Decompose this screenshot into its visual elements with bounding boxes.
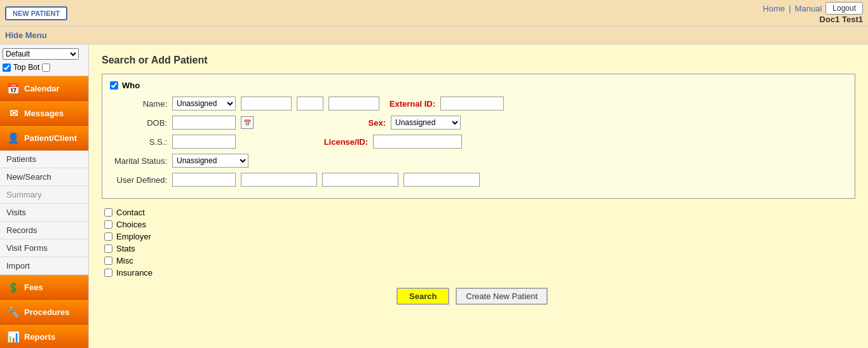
name-row: Name: Unassigned Last First Middle Exter… [110, 97, 847, 110]
external-id-input[interactable] [440, 97, 504, 110]
bot-checkbox[interactable] [42, 64, 50, 72]
buttons-row: Search Create New Patient [394, 288, 855, 305]
dob-input[interactable] [172, 116, 236, 130]
name-label: Name: [110, 99, 167, 109]
sidebar-item-fees[interactable]: 💲 Fees [0, 275, 88, 300]
calendar-label: Calendar [24, 84, 60, 93]
procedures-label: Procedures [24, 307, 70, 317]
employer-row: Employer [104, 232, 855, 241]
who-header: Who [110, 81, 847, 90]
marital-status-row: Marital Status: Unassigned Single Marrie… [110, 154, 847, 168]
dob-label: DOB: [110, 118, 167, 128]
second-bar: Hide Menu [0, 27, 868, 44]
marital-status-dropdown[interactable]: Unassigned Single Married Divorced Widow… [172, 154, 248, 168]
patient-client-label: Patient/Client [24, 133, 77, 143]
name-dropdown[interactable]: Unassigned Last First Middle [172, 97, 236, 110]
procedures-icon: 🔧 [6, 305, 20, 319]
sidebar-item-import[interactable]: Import [0, 257, 88, 275]
top-bot-row: Top Bot [3, 63, 86, 72]
misc-row: Misc [104, 256, 855, 265]
hide-menu-link[interactable]: Hide Menu [5, 30, 47, 40]
fees-icon: 💲 [6, 280, 20, 294]
main-layout: Default Top Bot 📅 Calendar ✉ Messages 👤 … [0, 44, 868, 348]
user-defined-label: User Defined: [110, 175, 167, 185]
choices-checkbox[interactable] [104, 220, 112, 229]
insurance-row: Insurance [104, 268, 855, 278]
reports-label: Reports [24, 332, 55, 342]
user-defined-row: User Defined: [110, 173, 847, 187]
marital-status-label: Marital Status: [110, 156, 167, 166]
separator: | [789, 4, 790, 13]
contact-checkbox[interactable] [104, 208, 112, 217]
manual-link[interactable]: Manual [795, 4, 822, 13]
new-patient-button[interactable]: NEW PATIENT [5, 6, 67, 20]
who-section: Who Name: Unassigned Last First Middle E… [102, 74, 855, 199]
insurance-checkbox[interactable] [104, 269, 112, 277]
misc-label: Misc [116, 256, 133, 265]
user-info: Doc1 Test1 [820, 15, 863, 24]
sidebar-item-reports[interactable]: 📊 Reports [0, 325, 88, 348]
choices-row: Choices [104, 220, 855, 229]
ss-input[interactable] [172, 135, 236, 149]
sidebar-item-records[interactable]: Records [0, 222, 88, 239]
messages-icon: ✉ [6, 106, 20, 120]
sidebar-top: Default Top Bot [0, 44, 88, 76]
page-title: Search or Add Patient [102, 55, 855, 66]
sidebar-item-summary: Summary [0, 186, 88, 204]
search-button[interactable]: Search [397, 288, 449, 305]
sidebar-item-messages[interactable]: ✉ Messages [0, 101, 88, 126]
top-right-container: Home | Manual Logout Doc1 Test1 [763, 2, 863, 24]
sex-dropdown[interactable]: Unassigned Male Female [391, 116, 461, 130]
patient-client-icon: 👤 [6, 131, 20, 145]
fees-label: Fees [24, 283, 43, 292]
employer-label: Employer [116, 232, 151, 241]
sidebar-item-calendar[interactable]: 📅 Calendar [0, 76, 88, 101]
sidebar: Default Top Bot 📅 Calendar ✉ Messages 👤 … [0, 44, 89, 348]
misc-checkbox[interactable] [104, 257, 112, 265]
contact-row: Contact [104, 208, 855, 217]
stats-row: Stats [104, 244, 855, 253]
external-id-label: External ID: [384, 99, 435, 109]
sidebar-item-visits[interactable]: Visits [0, 204, 88, 222]
user-defined-input-2[interactable] [241, 173, 317, 187]
stats-checkbox[interactable] [104, 244, 112, 253]
logout-button[interactable]: Logout [825, 2, 863, 15]
user-defined-input-1[interactable] [172, 173, 236, 187]
top-right-links: Home | Manual Logout [763, 2, 863, 15]
stats-label: Stats [116, 244, 135, 253]
top-label: Top [13, 63, 25, 72]
sex-label: Sex: [335, 118, 386, 128]
sidebar-item-visit-forms[interactable]: Visit Forms [0, 239, 88, 257]
calendar-picker-icon[interactable]: 📅 [241, 116, 254, 129]
calendar-icon: 📅 [6, 81, 20, 95]
sidebar-item-new-search[interactable]: New/Search [0, 168, 88, 186]
name-input-2[interactable] [297, 97, 323, 110]
who-label: Who [122, 81, 140, 90]
checkboxes-section: Contact Choices Employer Stats Misc Insu… [102, 208, 855, 278]
name-input-1[interactable] [241, 97, 292, 110]
sidebar-item-patient-client[interactable]: 👤 Patient/Client [0, 126, 88, 151]
create-new-patient-button[interactable]: Create New Patient [456, 288, 548, 305]
insurance-label: Insurance [116, 268, 153, 278]
license-id-input[interactable] [373, 135, 462, 149]
choices-label: Choices [116, 220, 146, 229]
user-defined-input-3[interactable] [322, 173, 398, 187]
contact-label: Contact [116, 208, 145, 217]
user-defined-input-4[interactable] [403, 173, 480, 187]
ss-license-row: S.S.: License/ID: [110, 135, 847, 149]
bot-label: Bot [28, 63, 39, 72]
employer-checkbox[interactable] [104, 232, 112, 241]
content-area: Search or Add Patient Who Name: Unassign… [89, 44, 868, 348]
reports-icon: 📊 [6, 330, 20, 344]
default-select[interactable]: Default [3, 48, 79, 60]
license-id-label: License/ID: [317, 137, 368, 147]
top-checkbox[interactable] [3, 64, 11, 72]
home-link[interactable]: Home [763, 4, 785, 13]
dob-sex-row: DOB: 📅 Sex: Unassigned Male Female [110, 116, 847, 130]
name-input-3[interactable] [329, 97, 379, 110]
sidebar-item-patients[interactable]: Patients [0, 151, 88, 168]
messages-label: Messages [24, 109, 64, 118]
ss-label: S.S.: [110, 137, 167, 147]
sidebar-item-procedures[interactable]: 🔧 Procedures [0, 300, 88, 325]
who-checkbox[interactable] [110, 81, 118, 90]
